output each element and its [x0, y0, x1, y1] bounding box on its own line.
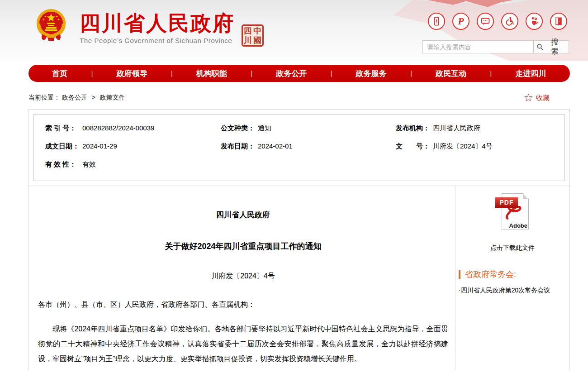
quick-links: P — [428, 13, 567, 30]
sidebar-section-header: 省政府常务会: — [459, 269, 569, 280]
breadcrumb-prefix: 当前位置： — [28, 94, 60, 101]
door-icon[interactable] — [550, 13, 567, 30]
nav-separator: | — [331, 70, 332, 77]
breadcrumb: 当前位置： 政务公开 > 政策文件 — [28, 94, 125, 102]
nav-separator: | — [251, 70, 252, 77]
meta-label: 索 引 号： — [45, 124, 82, 133]
site-subtitle: The People’s Government of Sichuan Provi… — [80, 37, 235, 44]
search-button-label: 搜 索 — [546, 38, 566, 57]
meta-label: 发布机构： — [396, 124, 433, 133]
site-header: 四川省人民政府 The People’s Government of Sichu… — [0, 0, 588, 61]
article-title: 关于做好2024年四川省重点项目工作的通知 — [38, 241, 448, 252]
meta-value: 2024-02-01 — [258, 142, 293, 150]
meta-value: 通知 — [258, 124, 271, 132]
search-icon — [536, 43, 544, 51]
nav-item-services[interactable]: 政务服务 — [356, 68, 387, 79]
p-glyph: P — [458, 16, 464, 26]
nav-item-home[interactable]: 首页 — [52, 68, 67, 79]
sidebar: PDF Adobe 点击下载此文件 省政府常务会: ·四川省人民政府第20次常务… — [455, 186, 569, 370]
meta-value: 008282882/2024-00039 — [82, 124, 154, 132]
breadcrumb-row: 当前位置： 政务公开 > 政策文件 ☆ 收藏 — [28, 93, 570, 102]
search-bar: 搜 索 — [422, 40, 569, 53]
pdf-banner-label: PDF — [495, 197, 518, 208]
meta-label: 公文种类： — [221, 124, 258, 133]
adobe-brand-label: Adobe — [509, 222, 527, 229]
breadcrumb-link-policy-docs[interactable]: 政策文件 — [100, 94, 125, 101]
meta-label: 有 效 性： — [45, 160, 82, 169]
message-icon[interactable] — [477, 13, 494, 30]
meta-field-doc-number: 文 号：川府发〔2024〕4号 — [396, 142, 564, 151]
search-input[interactable] — [423, 41, 533, 53]
brand-block: 四川省人民政府 The People’s Government of Sichu… — [33, 7, 264, 47]
meta-value: 2024-01-29 — [82, 142, 117, 150]
section-accent-bar — [459, 270, 460, 279]
article: 四川省人民政府 关于做好2024年四川省重点项目工作的通知 川府发〔2024〕4… — [29, 186, 455, 370]
favorite-label: 收藏 — [536, 94, 550, 102]
content-area: 四川省人民政府 关于做好2024年四川省重点项目工作的通知 川府发〔2024〕4… — [29, 186, 569, 370]
pdf-fold-corner — [523, 194, 528, 199]
mobile-icon[interactable] — [428, 13, 445, 30]
nav-separator: | — [171, 70, 173, 77]
p-logo-icon[interactable]: P — [452, 13, 469, 30]
breadcrumb-link-open-gov[interactable]: 政务公开 — [62, 94, 87, 101]
china-sichuan-seal: 四 中 川 國 — [242, 24, 264, 47]
main-nav: 首页 | 政府领导 | 机构职能 | 政务公开 | 政务服务 | 政民互动 | … — [28, 65, 570, 82]
nav-item-leaders[interactable]: 政府领导 — [117, 68, 147, 79]
meta-field-index-no: 索 引 号：008282882/2024-00039 — [45, 124, 221, 133]
meta-value: 四川省人民政府 — [433, 124, 480, 132]
page: 四川省人民政府 The People’s Government of Sichu… — [0, 0, 588, 373]
meta-value: 有效 — [82, 160, 96, 168]
pdf-file-icon[interactable]: PDF Adobe — [495, 193, 530, 230]
article-doc-number: 川府发〔2024〕4号 — [38, 272, 448, 281]
seal-char: 川 — [243, 36, 253, 45]
sidebar-section: 省政府常务会: ·四川省人民政府第20次常务会议 — [455, 269, 569, 295]
article-issuing-org: 四川省人民政府 — [38, 210, 448, 220]
meta-value: 川府发〔2024〕4号 — [433, 142, 493, 150]
meta-field-written-date: 成文日期：2024-01-29 — [45, 142, 221, 151]
nav-item-interaction[interactable]: 政民互动 — [436, 68, 466, 79]
search-button[interactable]: 搜 索 — [533, 41, 569, 53]
seal-char: 中 — [253, 26, 263, 35]
meta-label: 成文日期： — [45, 142, 82, 151]
meta-field-validity: 有 效 性：有效 — [45, 160, 221, 169]
article-paragraph: 现将《2024年四川省重点项目名单》印发给你们。各地各部门要坚持以习近平新时代中… — [38, 321, 448, 366]
doc-meta-table: 索 引 号：008282882/2024-00039 公文种类：通知 发布机构：… — [33, 114, 565, 181]
nav-item-about-sichuan[interactable]: 走进四川 — [516, 68, 546, 79]
site-title: 四川省人民政府 — [80, 12, 235, 34]
nav-separator: | — [91, 70, 93, 77]
seal-char: 國 — [253, 36, 263, 45]
nav-separator: | — [410, 70, 412, 77]
nav-separator: | — [490, 70, 492, 77]
favorite-button[interactable]: ☆ 收藏 — [523, 93, 550, 102]
meta-label: 文 号： — [396, 142, 433, 151]
nav-item-open-gov[interactable]: 政务公开 — [276, 68, 307, 79]
article-salutation: 各市（州）、县（市、区）人民政府，省政府各部门、各直属机构： — [38, 300, 448, 310]
sidebar-list-item[interactable]: ·四川省人民政府第20次常务会议 — [459, 287, 569, 295]
nav-item-functions[interactable]: 机构职能 — [196, 68, 227, 79]
national-emblem-logo — [33, 7, 69, 44]
care-version-icon[interactable] — [526, 13, 543, 30]
meta-field-publisher: 发布机构：四川省人民政府 — [396, 124, 564, 133]
download-file-link[interactable]: 点击下载此文件 — [455, 244, 569, 252]
breadcrumb-separator: > — [92, 94, 95, 101]
wheelchair-accessibility-icon[interactable] — [501, 13, 518, 30]
meta-field-publish-date: 发布日期：2024-02-01 — [221, 142, 396, 151]
document-panel: 索 引 号：008282882/2024-00039 公文种类：通知 发布机构：… — [28, 109, 570, 370]
star-icon: ☆ — [523, 93, 533, 102]
seal-char: 四 — [243, 26, 253, 35]
sidebar-section-title: 省政府常务会: — [465, 269, 516, 280]
meta-field-doc-type: 公文种类：通知 — [221, 124, 396, 133]
meta-label: 发布日期： — [221, 142, 258, 151]
